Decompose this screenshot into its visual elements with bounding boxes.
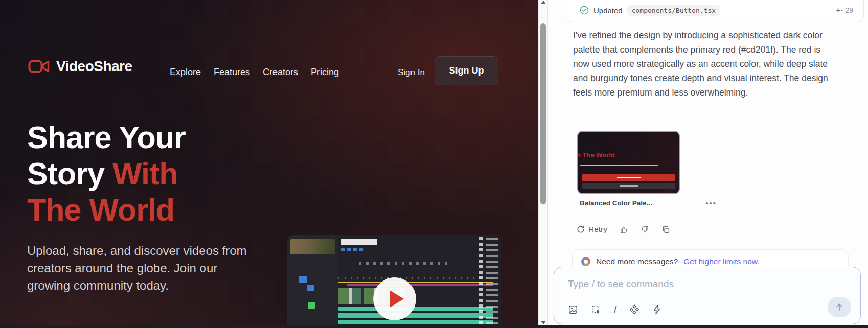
diff-count: 29 bbox=[845, 6, 853, 14]
mini-hero-heading: h The World bbox=[577, 151, 615, 159]
quick-actions-icon[interactable] bbox=[652, 304, 661, 315]
thumbs-up-button[interactable] bbox=[620, 225, 628, 234]
editor-timeline-ruler bbox=[338, 277, 493, 279]
editor-toolbar-icons bbox=[359, 262, 451, 265]
diff-stat: + - 29 bbox=[836, 6, 853, 14]
nav-explore[interactable]: Explore bbox=[170, 67, 201, 78]
mini-subtitle-line bbox=[580, 165, 658, 166]
main-nav: Explore Features Creators Pricing bbox=[170, 67, 339, 78]
diff-plus: + bbox=[836, 6, 840, 14]
nav-creators[interactable]: Creators bbox=[263, 67, 298, 78]
hero-video-image bbox=[287, 235, 501, 328]
brand-name: VideoShare bbox=[56, 58, 132, 75]
brand: VideoShare bbox=[28, 58, 132, 75]
nav-pricing[interactable]: Pricing bbox=[311, 67, 339, 78]
artifact-thumbnail[interactable]: h The World bbox=[577, 131, 680, 194]
editor-file-list-icons bbox=[479, 237, 483, 328]
editor-file-list-names bbox=[486, 238, 498, 328]
editor-selected-cell bbox=[307, 285, 314, 291]
hero-subtitle: Upload, share, and discover videos from … bbox=[27, 242, 253, 294]
scrollbar-thumb[interactable] bbox=[540, 23, 546, 204]
site-preview-panel: VideoShare Explore Features Creators Pri… bbox=[0, 0, 538, 328]
editor-selected-cell bbox=[299, 276, 307, 283]
file-update-card: Updated components/Button.tsx + - 29 bbox=[567, 0, 864, 22]
bottom-edge-bar bbox=[0, 325, 868, 328]
hero-heading: Share Your Story With The World bbox=[27, 120, 186, 228]
app-window: VideoShare Explore Features Creators Pri… bbox=[0, 0, 868, 328]
scrollbar-up-arrow[interactable] bbox=[541, 1, 546, 4]
sign-up-button[interactable]: Sign Up bbox=[435, 56, 498, 85]
thumbs-down-button[interactable] bbox=[641, 225, 649, 234]
retry-button[interactable]: Retry bbox=[577, 225, 607, 234]
send-button[interactable] bbox=[828, 297, 851, 317]
chat-input[interactable] bbox=[568, 276, 788, 292]
play-icon bbox=[390, 290, 404, 308]
message-actions: Retry bbox=[577, 225, 670, 234]
update-status-label: Updated bbox=[593, 6, 623, 15]
assistant-message: I've refined the design by introducing a… bbox=[573, 28, 829, 100]
editor-yellow-track bbox=[338, 282, 493, 283]
components-icon[interactable] bbox=[629, 304, 639, 315]
image-attach-icon[interactable] bbox=[568, 304, 578, 315]
limits-upgrade-link[interactable]: Get higher limits now. bbox=[683, 257, 759, 266]
mini-primary-button bbox=[582, 174, 675, 181]
retry-icon bbox=[577, 225, 585, 233]
editor-magenta-track bbox=[347, 284, 493, 286]
copy-button[interactable] bbox=[661, 225, 670, 234]
editor-green-cell bbox=[308, 302, 315, 309]
artifact-caption[interactable]: Balanced Color Pale... bbox=[580, 199, 652, 207]
composer: / bbox=[554, 267, 861, 324]
file-chip[interactable]: components/Button.tsx bbox=[627, 5, 720, 16]
slash-command-icon[interactable]: / bbox=[614, 304, 616, 315]
usage-pie-icon bbox=[581, 257, 590, 266]
hero-line-1: Share Your bbox=[27, 120, 186, 156]
limits-text: Need more messages? bbox=[596, 257, 678, 266]
check-circle-icon bbox=[580, 6, 589, 15]
editor-white-panel bbox=[341, 239, 377, 245]
mini-secondary-button bbox=[582, 183, 675, 189]
hero-line-2: Story With bbox=[27, 156, 186, 192]
video-camera-icon bbox=[28, 59, 50, 74]
editor-blue-tabs bbox=[341, 248, 364, 251]
play-button[interactable] bbox=[373, 277, 416, 320]
select-element-icon[interactable] bbox=[591, 304, 601, 315]
sign-in-link[interactable]: Sign In bbox=[398, 67, 425, 78]
diff-minus: - bbox=[841, 6, 843, 14]
nav-features[interactable]: Features bbox=[214, 67, 250, 78]
hero-line-3: The World bbox=[27, 192, 186, 228]
chat-panel: Updated components/Button.tsx + - 29 I'v… bbox=[547, 0, 868, 328]
preview-scrollbar[interactable] bbox=[538, 0, 547, 328]
scrollbar-down-arrow[interactable] bbox=[541, 321, 546, 324]
composer-tools: / bbox=[568, 304, 661, 315]
editor-preview-thumbnail bbox=[290, 239, 335, 254]
editor-audio-tracks bbox=[338, 307, 493, 325]
artifact-menu-button[interactable]: ••• bbox=[705, 201, 717, 206]
